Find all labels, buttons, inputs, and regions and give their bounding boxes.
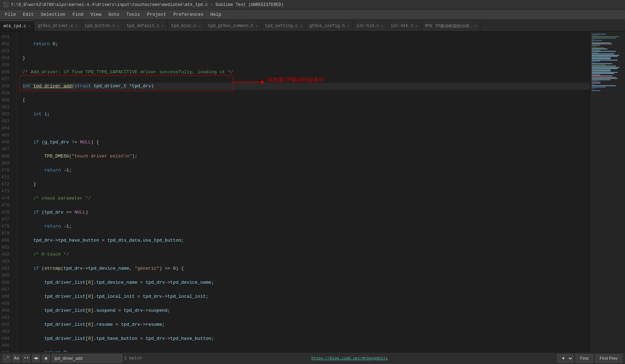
tab-close-icon[interactable]: ✕ [347, 24, 349, 28]
line-num: 493 [0, 328, 12, 335]
find-input[interactable] [52, 354, 122, 363]
code-line-451: return 0; [22, 41, 590, 48]
line-num: 481 [0, 244, 12, 251]
line-num: 458 [0, 83, 12, 90]
line-numbers: 451 452 453 454 455 456 457 458 459 460 … [0, 32, 17, 352]
line-num: 475 [0, 202, 12, 209]
word-toggle[interactable]: •• [22, 355, 30, 362]
line-num: 494 [0, 335, 12, 342]
code-line-469: tpd_driver_list[0].tpd_local_init = tpd_… [22, 293, 590, 300]
tab-mtk-tpd[interactable]: mtk_tpd.c ✕ [0, 21, 34, 31]
window-title: Y:\9_0\work2\8788\alps\kernel-4.4\driver… [11, 2, 284, 7]
tab-gt9xx-config[interactable]: gt9xx_config.h ✕ [306, 21, 353, 31]
line-num: 482 [0, 251, 12, 258]
find-button[interactable]: Find [576, 354, 593, 363]
code-line-454: int tpd_driver_add(struct tpd_driver_t *… [22, 83, 590, 90]
tab-close-icon[interactable]: ✕ [117, 24, 119, 28]
line-num: 483 [0, 258, 12, 265]
line-num: 469 [0, 160, 12, 167]
menu-edit[interactable]: Edit [19, 11, 37, 19]
tab-close-icon[interactable]: ✕ [381, 24, 383, 28]
tab-gt9xx-driver[interactable]: gt9xx_driver.c ✕ [34, 21, 81, 31]
status-link[interactable]: https://blog.csdn.net/MrDongShiYi [311, 356, 388, 360]
tab-label: i2c-mtk.c [391, 23, 414, 28]
arrow-head [261, 80, 265, 84]
code-line-472: tpd_driver_list[0].tpd_have_button = tpd… [22, 335, 590, 342]
tab-close-icon[interactable]: ✕ [199, 24, 201, 28]
menu-tools[interactable]: Tools [123, 11, 143, 19]
code-line-461: } [22, 181, 590, 188]
code-line-464: return -1; [22, 223, 590, 230]
line-num: 487 [0, 286, 12, 293]
code-line-467: if (strcmp(tpd_drv->tpd_device_name, "ge… [22, 265, 590, 272]
tab-tpd-misc[interactable]: tpd_misc.c ✕ [168, 21, 204, 31]
tab-i2c-hid[interactable]: i2c-hid.c ✕ [353, 21, 387, 31]
line-num: 454 [0, 55, 12, 62]
regex-toggle[interactable]: .* [3, 355, 11, 362]
code-line-465: tpd_drv->tpd_have_button = tpd_dts_data.… [22, 237, 590, 244]
tab-tpd-setting[interactable]: tpd_setting.c ✕ [262, 21, 306, 31]
find-bar: .* Aa •• ◄► ▣ 1 match https://blog.csdn.… [0, 352, 625, 364]
code-line-459: TPD_DMESG("touch driver exist\n"); [22, 153, 590, 160]
line-num: 496 [0, 349, 12, 352]
line-num: 479 [0, 230, 12, 237]
tab-label: MTK TP驱动框架的分析. [425, 23, 472, 29]
wrap-toggle[interactable]: ◄► [32, 355, 40, 362]
annotation-arrow [233, 80, 265, 84]
menu-goto[interactable]: Goto [105, 11, 123, 19]
tab-tpd-default[interactable]: tpd_default.c ✕ [123, 21, 168, 31]
title-icon: ⬛ [3, 2, 9, 8]
line-num: 464 [0, 125, 12, 132]
tab-label: tpd_setting.c [265, 23, 298, 28]
line-num: 484 [0, 265, 12, 272]
menu-find[interactable]: Find [69, 11, 87, 19]
menu-preferences[interactable]: Preferences [170, 11, 207, 19]
line-num: 463 [0, 118, 12, 125]
code-line-471: tpd_driver_list[0].resume = tpd_drv->res… [22, 321, 590, 328]
tab-mtk-tp-analysis[interactable]: MTK TP驱动框架的分析. ✕ [422, 21, 480, 31]
line-num: 485 [0, 272, 12, 279]
context-toggle[interactable]: ▣ [42, 355, 50, 362]
code-line-455: { [22, 97, 590, 104]
tab-close-icon[interactable]: ✕ [416, 24, 418, 28]
code-line-458: if (g_tpd_drv != NULL) { [22, 139, 590, 146]
menu-selection[interactable]: Selection [37, 11, 69, 19]
find-options-dropdown[interactable]: ▼ [557, 354, 573, 363]
line-num: 471 [0, 174, 12, 181]
tab-label: i2c-hid.c [356, 23, 379, 28]
menu-help[interactable]: Help [207, 11, 225, 19]
tab-close-icon[interactable]: ✕ [75, 24, 78, 28]
tab-close-icon[interactable]: ✕ [255, 24, 257, 28]
line-num: 470 [0, 167, 12, 174]
match-count: 1 match [124, 356, 142, 361]
code-editor[interactable]: 添加新TP驱动到链表中 451 452 453 454 455 456 457 … [0, 32, 590, 352]
menu-file[interactable]: File [1, 11, 19, 19]
tab-close-icon[interactable]: ✕ [474, 24, 476, 28]
line-num: 468 [0, 153, 12, 160]
tab-label: tpd_button.c [85, 23, 115, 28]
tab-close-icon[interactable]: ✕ [300, 24, 302, 28]
line-num: 474 [0, 195, 12, 202]
find-prev-button[interactable]: Find Prev [595, 354, 622, 363]
line-num: 472 [0, 181, 12, 188]
tab-tpd-gt9xx-common[interactable]: tpd_gt9xx_common.h ✕ [204, 21, 262, 31]
line-num: 473 [0, 188, 12, 195]
case-toggle[interactable]: Aa [13, 355, 20, 362]
tab-tpd-button[interactable]: tpd_button.c ✕ [81, 21, 123, 31]
code-line-466: /* R-touch */ [22, 251, 590, 258]
tab-close-icon[interactable]: ✕ [28, 24, 31, 28]
tab-label: tpd_gt9xx_common.h [208, 23, 254, 28]
line-num: 486 [0, 279, 12, 286]
code-line-457 [22, 125, 590, 132]
arrow-line [233, 82, 261, 82]
tab-i2c-mtk[interactable]: i2c-mtk.c ✕ [387, 21, 422, 31]
tab-label: gt9xx_config.h [309, 23, 345, 28]
menu-view[interactable]: View [87, 11, 105, 19]
menu-project[interactable]: Project [143, 11, 170, 19]
tab-bar: mtk_tpd.c ✕ gt9xx_driver.c ✕ tpd_button.… [0, 20, 625, 32]
code-line-452: } [22, 55, 590, 62]
line-num: 455 [0, 62, 12, 69]
tab-close-icon[interactable]: ✕ [162, 24, 164, 28]
code-line-453: /* Add_driver: if find TPD_TYPE_CAPACITI… [22, 69, 590, 76]
line-num: 492 [0, 321, 12, 328]
